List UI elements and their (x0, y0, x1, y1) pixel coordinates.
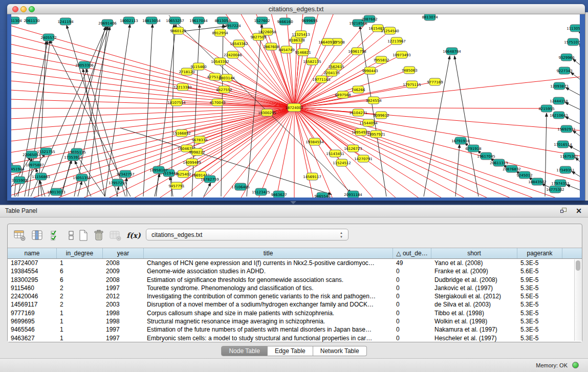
cell-out_de[interactable]: 0 (393, 317, 431, 325)
cell-in_degree[interactable]: 2 (57, 300, 103, 309)
cell-short[interactable]: Yano et al. (2008) (431, 259, 517, 267)
table-row[interactable]: 946362711997Embryonic stem cells: a mode… (8, 334, 574, 342)
citation-edge[interactable] (155, 173, 160, 196)
column-header-name[interactable]: name (8, 248, 57, 258)
citation-edge[interactable] (31, 27, 106, 196)
cell-short[interactable]: Dudbridge et al. (2008) (431, 276, 517, 284)
column-header-pagerank[interactable]: pagerank (517, 248, 562, 258)
citation-edge[interactable] (67, 25, 118, 196)
network-graph[interactable]: 9860123891295418226058982750981863281654… (11, 14, 580, 198)
cell-name[interactable]: 9463627 (8, 334, 57, 342)
delete-table-icon[interactable] (92, 228, 106, 243)
cell-pagerank[interactable]: 5.5E-5 (517, 292, 562, 300)
table-row[interactable]: 2242004622012Investigating the contribut… (8, 292, 574, 300)
table-row[interactable]: 911546021997Tourette syndrome. Phenomeno… (8, 284, 574, 292)
cell-name[interactable]: 19384554 (8, 267, 57, 275)
cell-pagerank[interactable]: 5.3E-5 (517, 334, 562, 342)
cell-pagerank[interactable]: 5.3E-5 (517, 300, 562, 309)
cell-title[interactable]: Embryonic stem cells: a model to study s… (144, 334, 393, 342)
citation-edge[interactable] (11, 107, 294, 186)
cell-pagerank[interactable]: 5.3E-5 (517, 259, 562, 267)
cell-out_de[interactable]: 0 (393, 292, 431, 300)
cell-short[interactable]: Jankovic et al. (1997) (431, 284, 517, 292)
citation-edge[interactable] (424, 56, 450, 196)
table-row[interactable]: 969969511998Structural magnetic resonanc… (8, 317, 574, 325)
cell-pagerank[interactable]: 5.3E-5 (517, 284, 562, 292)
citation-edge[interactable] (271, 47, 294, 107)
table-row[interactable]: 1456911722003Disruption of a novel membe… (8, 300, 574, 309)
select-functions-icon[interactable] (49, 228, 63, 243)
column-header-in_degree[interactable]: in_degree (57, 248, 103, 258)
table-row[interactable]: 977716911998Corpus callosum shape and si… (8, 309, 574, 317)
cell-year[interactable]: 1998 (103, 309, 144, 317)
split-pane-handle[interactable] (290, 201, 296, 204)
cell-name[interactable]: 18300295 (8, 276, 57, 284)
cell-name[interactable]: 18724007 (8, 259, 57, 267)
new-document-icon[interactable] (76, 228, 91, 243)
cell-in_degree[interactable]: 1 (57, 334, 103, 342)
citation-edge[interactable] (579, 30, 580, 49)
cell-pagerank[interactable]: 5.9E-5 (517, 276, 562, 284)
cell-title[interactable]: Investigating the contribution of common… (144, 292, 393, 300)
close-panel-icon[interactable]: ✕ (576, 207, 582, 215)
cell-out_de[interactable]: 0 (393, 267, 431, 275)
cell-in_degree[interactable]: 2 (57, 292, 103, 300)
scrollbar-thumb[interactable] (576, 260, 580, 271)
cell-year[interactable]: 1997 (103, 325, 144, 334)
cell-in_degree[interactable]: 2 (57, 284, 103, 292)
table-row[interactable]: 1830029562008Estimation of significance … (8, 276, 574, 284)
citation-edge[interactable] (571, 72, 580, 86)
column-header-out_de[interactable]: △ out_de… (393, 248, 431, 258)
citation-edge[interactable] (202, 107, 294, 198)
window-titlebar[interactable]: citations_edges.txt (7, 4, 585, 14)
cell-name[interactable]: 9115460 (8, 284, 57, 292)
cell-year[interactable]: 2008 (103, 276, 144, 284)
citation-edge[interactable] (258, 107, 294, 198)
cell-short[interactable]: Franke et al. (2009) (431, 267, 517, 275)
cell-short[interactable]: Stergiakouli et al. (2012) (431, 292, 517, 300)
cell-name[interactable]: 22420046 (8, 292, 57, 300)
citation-edge[interactable] (192, 24, 200, 196)
citation-edge[interactable] (545, 113, 547, 196)
citation-edge[interactable] (565, 87, 580, 100)
citation-edge[interactable] (271, 14, 294, 107)
cell-name[interactable]: 9465546 (8, 325, 57, 334)
cell-name[interactable]: 14569117 (8, 300, 57, 309)
citation-edge[interactable] (294, 107, 547, 108)
cell-in_degree[interactable]: 6 (57, 267, 103, 275)
cell-short[interactable]: Nakamura et al. (1997) (431, 325, 517, 334)
column-header-title[interactable]: title (144, 248, 393, 258)
citation-edge[interactable] (294, 107, 313, 198)
cell-pagerank[interactable]: 5.3E-5 (517, 317, 562, 325)
table-selector-dropdown[interactable]: citations_edges.txt ▲▼ (146, 229, 349, 240)
row-height-icon[interactable] (64, 228, 78, 243)
column-header-year[interactable]: year (103, 248, 144, 258)
cell-in_degree[interactable]: 1 (57, 259, 103, 267)
citation-edge[interactable] (201, 107, 294, 175)
cell-year[interactable]: 1997 (103, 284, 144, 292)
cell-out_de[interactable]: 0 (393, 276, 431, 284)
citation-edge[interactable] (276, 107, 294, 198)
cell-title[interactable]: Changes of HCN gene expression and I(f) … (144, 259, 393, 267)
cell-pagerank[interactable]: 5.3E-5 (517, 325, 562, 334)
tab-edge-table[interactable]: Edge Table (268, 346, 313, 356)
cell-year[interactable]: 1998 (103, 317, 144, 325)
cell-out_de[interactable]: 0 (393, 334, 431, 342)
cell-short[interactable]: de Silva et al. (2003) (431, 300, 517, 309)
cell-name[interactable]: 9777169 (8, 309, 57, 317)
cell-in_degree[interactable]: 1 (57, 317, 103, 325)
cell-year[interactable]: 2009 (103, 267, 144, 275)
cell-year[interactable]: 2012 (103, 292, 144, 300)
float-panel-icon[interactable] (560, 208, 568, 214)
citation-edge[interactable] (294, 107, 315, 142)
table-settings-icon[interactable] (13, 228, 27, 243)
citation-edge[interactable] (294, 107, 381, 115)
network-canvas[interactable]: 9860123891295418226058982750981863281654… (11, 14, 580, 198)
cell-title[interactable]: Estimation of significance thresholds fo… (144, 276, 393, 284)
cell-year[interactable]: 2003 (103, 300, 144, 309)
citation-edge[interactable] (294, 107, 580, 182)
cell-out_de[interactable]: 0 (393, 325, 431, 334)
citation-edge[interactable] (11, 107, 294, 108)
citation-edge[interactable] (573, 130, 580, 142)
function-builder-icon[interactable]: f(x) (126, 228, 141, 243)
